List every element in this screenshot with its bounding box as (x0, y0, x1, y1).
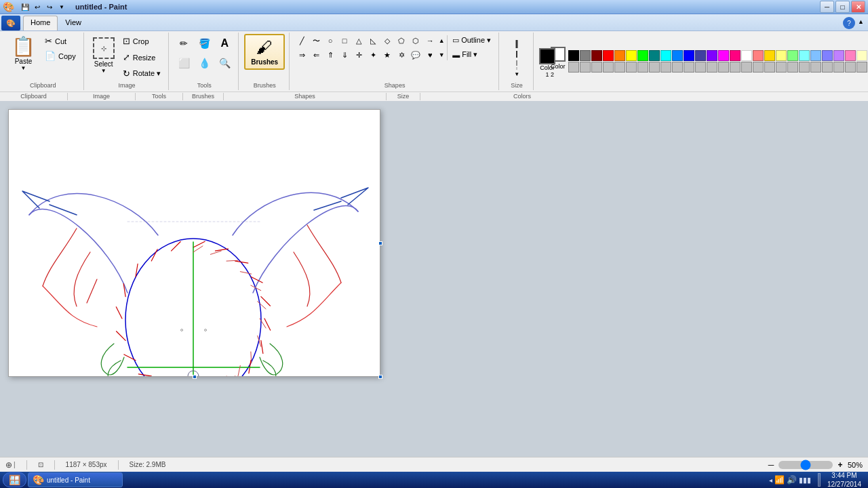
palette-white[interactable] (741, 50, 752, 61)
custom-c26[interactable] (856, 62, 867, 73)
paint-menu-btn[interactable]: 🎨 (1, 16, 20, 30)
custom-c6[interactable] (626, 62, 637, 73)
tray-volume[interactable]: 🔊 (787, 475, 797, 485)
shape-callout[interactable]: 💬 (409, 48, 422, 62)
custom-c7[interactable] (637, 62, 648, 73)
crop-button[interactable]: ⊡ Crop (119, 34, 164, 48)
shape-uarrow[interactable]: ⇑ (323, 48, 337, 62)
custom-c2[interactable] (580, 62, 591, 73)
minimize-ribbon-btn[interactable]: ▲ (855, 17, 867, 30)
shape-hexagon[interactable]: ⬡ (409, 34, 422, 47)
custom-c19[interactable] (776, 62, 787, 73)
show-desktop-btn[interactable] (818, 473, 821, 487)
custom-c10[interactable] (672, 62, 683, 73)
clock-display[interactable]: 3:44 PM 12/27/2014 (823, 471, 865, 488)
shape-pentagon[interactable]: ⬠ (395, 34, 408, 47)
start-button[interactable]: 🪟 (3, 472, 26, 487)
paste-button[interactable]: 📋 Paste ▼ (7, 34, 40, 75)
custom-c11[interactable] (684, 62, 694, 73)
handle-bottom-mid[interactable] (193, 375, 197, 379)
palette-orange[interactable] (614, 50, 625, 61)
palette-lightviolet[interactable] (833, 50, 844, 61)
palette-lightcyan[interactable] (799, 50, 810, 61)
rotate-button[interactable]: ↻ Rotate ▾ (119, 66, 164, 81)
shape-darrow[interactable]: ⇓ (338, 48, 351, 62)
palette-blue[interactable] (684, 50, 694, 61)
shapes-scroll-up[interactable]: ▲ (437, 34, 446, 47)
text-tool[interactable]: A (215, 34, 234, 53)
palette-hotpink[interactable] (730, 50, 741, 61)
tab-home[interactable]: Home (23, 16, 58, 30)
shape-oval[interactable]: ○ (323, 34, 337, 47)
shape-triangle[interactable]: △ (352, 34, 366, 47)
size-selector[interactable]: ▼ (505, 35, 529, 80)
custom-c8[interactable] (649, 62, 660, 73)
shape-rect[interactable]: □ (338, 34, 351, 47)
palette-violet[interactable] (707, 50, 717, 61)
main-canvas[interactable] (8, 109, 380, 377)
custom-c24[interactable] (833, 62, 844, 73)
custom-c21[interactable] (799, 62, 810, 73)
tray-network[interactable]: 📶 (774, 475, 785, 485)
shape-curve[interactable]: 〜 (309, 34, 323, 47)
save-quick-btn[interactable]: 💾 (20, 1, 31, 12)
custom-c4[interactable] (603, 62, 614, 73)
shape-star6[interactable]: ✡ (395, 48, 408, 62)
palette-lightgreen[interactable] (787, 50, 798, 61)
palette-teal[interactable] (649, 50, 660, 61)
cut-button[interactable]: ✂ Cut (41, 34, 79, 48)
shape-heart[interactable]: ♥ (423, 48, 437, 62)
minimize-btn[interactable]: ─ (820, 1, 834, 13)
color1-swatch[interactable] (539, 48, 555, 64)
palette-yellow[interactable] (626, 50, 637, 61)
custom-c9[interactable] (660, 62, 671, 73)
palette-darkred[interactable] (591, 50, 602, 61)
fill-tool[interactable]: 🪣 (195, 34, 214, 53)
help-btn[interactable]: ? (843, 17, 855, 29)
customize-btn[interactable]: ▼ (56, 1, 67, 12)
shape-diamond[interactable]: ◇ (380, 34, 394, 47)
custom-c5[interactable] (614, 62, 625, 73)
palette-magenta[interactable] (718, 50, 729, 61)
shape-rtriangle[interactable]: ◺ (366, 34, 380, 47)
custom-c18[interactable] (764, 62, 775, 73)
shape-larrow[interactable]: ⇐ (309, 48, 323, 62)
picker-tool[interactable]: 💧 (195, 54, 214, 73)
eraser-tool[interactable]: ⬜ (174, 54, 193, 73)
palette-lightpink[interactable] (845, 50, 856, 61)
custom-c23[interactable] (822, 62, 833, 73)
paint-taskbar-item[interactable]: 🎨 untitled - Paint (28, 472, 123, 487)
magnifier-tool[interactable]: 🔍 (215, 54, 234, 73)
palette-red[interactable] (603, 50, 614, 61)
palette-black[interactable] (568, 50, 579, 61)
palette-periwinkle[interactable] (822, 50, 833, 61)
palette-cream[interactable] (856, 50, 867, 61)
maximize-btn[interactable]: □ (835, 1, 850, 13)
shapes-scroll-down[interactable]: ▼ (437, 48, 446, 62)
handle-right-mid[interactable] (378, 241, 382, 245)
custom-c13[interactable] (707, 62, 717, 73)
shape-rarrow[interactable]: ⇒ (295, 48, 309, 62)
palette-lightblue[interactable] (810, 50, 821, 61)
custom-c15[interactable] (730, 62, 741, 73)
palette-cyan[interactable] (660, 50, 671, 61)
palette-gold[interactable] (764, 50, 775, 61)
resize-button[interactable]: ⤢ Resize (119, 50, 164, 64)
palette-lime[interactable] (637, 50, 648, 61)
select-tool[interactable]: ⊹ Select ▼ (90, 34, 118, 77)
zoom-in-btn[interactable]: + (835, 460, 845, 470)
custom-c17[interactable] (753, 62, 764, 73)
custom-c3[interactable] (591, 62, 602, 73)
brushes-button[interactable]: 🖌 Brushes (244, 34, 285, 70)
redo-btn[interactable]: ↪ (44, 1, 55, 12)
shape-4arrow[interactable]: ✛ (352, 48, 366, 62)
handle-bottom-right[interactable] (378, 375, 382, 379)
zoom-slider[interactable] (778, 461, 833, 469)
custom-c1[interactable] (568, 62, 579, 73)
custom-c14[interactable] (718, 62, 729, 73)
palette-skyblue[interactable] (672, 50, 683, 61)
fill-button[interactable]: ▬ Fill ▾ (449, 48, 494, 61)
undo-btn[interactable]: ↩ (32, 1, 43, 12)
close-btn[interactable]: ✕ (851, 1, 865, 13)
custom-c12[interactable] (695, 62, 706, 73)
